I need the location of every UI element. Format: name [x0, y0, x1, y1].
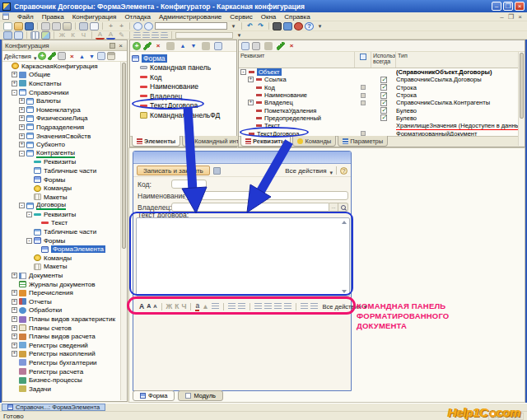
save-close-button[interactable]: Записать и закрыть [137, 166, 210, 175]
font-shrink-icon[interactable]: A [153, 302, 156, 310]
expand-icon[interactable]: + [19, 98, 25, 104]
tree-item[interactable]: Задачи [2, 385, 120, 394]
tree-item[interactable]: + ФизическиеЛица [2, 114, 120, 124]
grid-icon[interactable] [30, 31, 40, 40]
align-justify-icon[interactable] [161, 32, 168, 39]
align-center-icon[interactable] [142, 32, 150, 39]
column-use-always[interactable]: Использовать всегда [371, 52, 396, 68]
print-icon[interactable] [79, 22, 88, 30]
tree-item[interactable]: ФормаЭлемента [2, 245, 120, 254]
new-icon[interactable] [3, 22, 12, 30]
expand-icon[interactable]: + [19, 133, 25, 139]
actions-button[interactable]: Действия [4, 53, 31, 60]
separator[interactable] [102, 22, 103, 30]
align-left-icon[interactable] [254, 303, 262, 310]
find-icon[interactable] [133, 22, 142, 30]
delete-icon[interactable]: × [68, 52, 76, 60]
move-down-icon[interactable]: ▼ [189, 42, 198, 50]
expand-icon[interactable] [4, 63, 10, 69]
element-item[interactable]: Форма [130, 54, 236, 63]
restore-button[interactable]: ❐ [503, 2, 513, 11]
bold-icon[interactable]: Ж [166, 302, 173, 310]
tree-item[interactable]: - Контрагенты [2, 149, 120, 158]
expand-icon[interactable] [26, 168, 32, 174]
back-color-icon[interactable]: А [96, 31, 105, 40]
separator[interactable] [296, 303, 296, 310]
editor-tab[interactable]: Форма [133, 390, 175, 401]
search-input[interactable] [155, 22, 227, 30]
window-tab[interactable]: Справочн...: ФормаЭлемента [2, 404, 105, 411]
help-icon[interactable]: ? [305, 22, 314, 30]
tree-item[interactable]: + Планы видов характеристик [2, 315, 120, 324]
tree-scrollbar[interactable] [120, 62, 127, 400]
back-color-icon[interactable]: ▲ [202, 302, 208, 310]
menu-item[interactable]: Администрирование [155, 13, 226, 21]
scrollbar-thumb[interactable] [122, 63, 126, 249]
tree-item[interactable]: Бизнес-процессы [2, 376, 120, 385]
scroll-up-icon[interactable] [342, 221, 347, 224]
copy-icon[interactable] [52, 22, 61, 30]
tree-item[interactable]: - Реквизиты [2, 210, 120, 219]
expand-icon[interactable] [248, 108, 254, 114]
tree-item[interactable]: + Планы счетов [2, 324, 120, 333]
expand-icon[interactable]: + [248, 100, 254, 105]
owner-browse-button[interactable]: ... [329, 203, 338, 212]
use-always-checkbox[interactable] [380, 77, 387, 83]
element-item[interactable]: ТекстДоговора [130, 101, 236, 111]
tree-item[interactable]: + Регистры сведений [2, 341, 120, 350]
paste-icon[interactable] [63, 22, 72, 30]
menu-item[interactable]: Сервис [226, 13, 256, 21]
save-icon[interactable] [213, 167, 221, 175]
separator[interactable] [161, 303, 162, 310]
tree-item[interactable]: Регистры бухгалтерии [2, 358, 120, 367]
window-icon[interactable] [3, 31, 12, 40]
element-item[interactable]: КоманднаяПанельФД [130, 110, 236, 120]
menu-item[interactable]: Конфигурация [68, 13, 121, 21]
attribute-row[interactable]: - Объект (СправочникОбъект.Договоры) [239, 68, 525, 76]
expand-icon[interactable] [34, 220, 40, 226]
minimize-button[interactable]: – [492, 2, 501, 11]
attribute-row[interactable]: Текст ХранилищеЗначения (Недоступен в да… [239, 122, 525, 129]
align-right-icon[interactable] [152, 32, 159, 39]
edit-icon[interactable] [48, 52, 56, 60]
separator[interactable] [75, 22, 76, 30]
tree-item[interactable]: Команды [2, 254, 120, 263]
align-justify-icon[interactable] [284, 303, 291, 310]
text-color-icon[interactable]: а [195, 301, 199, 311]
menu-item[interactable]: Правка [38, 13, 68, 21]
expand-icon[interactable] [12, 360, 17, 366]
tree-item[interactable]: - Формы [2, 236, 120, 245]
copy-icon[interactable] [252, 42, 260, 50]
element-item[interactable]: Владелец [130, 91, 236, 101]
tree-item[interactable]: Команды [2, 184, 120, 193]
italic-icon[interactable]: К [68, 31, 77, 40]
menu-item[interactable]: Справка [280, 13, 314, 21]
tree-item[interactable]: - Справочники [2, 88, 120, 97]
style-combobox[interactable] [175, 32, 233, 39]
expand-icon[interactable]: + [19, 124, 25, 130]
column-checkbox[interactable] [355, 52, 371, 68]
expand-icon[interactable]: + [12, 299, 17, 305]
separator[interactable] [91, 31, 92, 39]
separator[interactable] [190, 303, 191, 310]
all-actions-button[interactable]: Все действия [285, 167, 326, 175]
expand-icon[interactable]: - [26, 212, 32, 217]
tree-item[interactable]: Формы [2, 175, 120, 184]
help-icon[interactable] [340, 167, 347, 175]
picture-icon[interactable] [41, 31, 50, 40]
close-button[interactable]: × [515, 2, 525, 11]
tree-item[interactable]: + ЗначенияСвойств [2, 132, 120, 141]
add-icon[interactable]: + [133, 42, 141, 50]
tab[interactable]: Параметры [338, 136, 388, 147]
filter-icon[interactable] [107, 52, 115, 60]
expand-icon[interactable]: + [12, 325, 17, 331]
separator[interactable] [129, 31, 130, 39]
child-minimize-button[interactable]: – [497, 13, 506, 21]
move-down-icon[interactable]: ▼ [87, 52, 96, 60]
scroll-down-icon[interactable] [342, 290, 347, 293]
expand-icon[interactable] [26, 194, 32, 200]
delete-icon[interactable]: × [154, 42, 162, 50]
tree-item[interactable]: + Номенклатура [2, 105, 120, 114]
expand-icon[interactable]: + [19, 107, 25, 113]
expand-icon[interactable]: + [12, 307, 17, 313]
